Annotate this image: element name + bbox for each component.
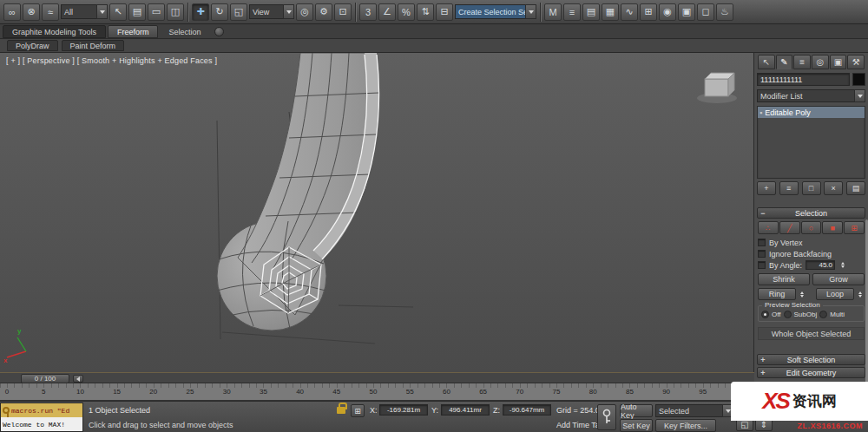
set-key-button[interactable]: Set Key bbox=[620, 419, 653, 432]
ring-button[interactable]: Ring bbox=[758, 288, 796, 300]
grow-button[interactable]: Grow bbox=[812, 273, 865, 285]
unlink-selection-icon[interactable]: ⊗ bbox=[23, 3, 40, 21]
time-slider-track[interactable]: 0 / 100 bbox=[0, 372, 754, 383]
hierarchy-tab-icon[interactable]: ≡ bbox=[793, 55, 811, 69]
mirror-icon[interactable]: M bbox=[544, 3, 562, 21]
selection-lock-icon[interactable] bbox=[337, 407, 345, 414]
angle-snap-icon[interactable]: ∠ bbox=[378, 3, 396, 21]
object-name-input[interactable]: 11111111111 bbox=[757, 73, 850, 86]
rendered-frame-icon[interactable]: ◻ bbox=[697, 3, 714, 21]
viewcube-widget[interactable] bbox=[697, 73, 737, 103]
z-coord-field[interactable]: -90.647mm bbox=[503, 404, 551, 416]
configure-modifier-sets-icon[interactable]: ▤ bbox=[846, 181, 865, 195]
render-setup-icon[interactable]: ▣ bbox=[678, 3, 695, 21]
by-vertex-checkbox[interactable] bbox=[758, 239, 766, 246]
y-coord-field[interactable]: 496.411mr bbox=[441, 404, 490, 416]
create-tab-icon[interactable]: ↖ bbox=[758, 55, 775, 69]
previous-frame-button[interactable] bbox=[73, 375, 83, 383]
tab-graphite-modeling-tools[interactable]: Graphite Modeling Tools bbox=[3, 25, 106, 38]
angle-value-input[interactable]: 45.0 bbox=[806, 260, 835, 270]
selected-set-dropdown[interactable]: Selected bbox=[655, 404, 733, 417]
x-coord-field[interactable]: -169.281m bbox=[379, 404, 428, 416]
preview-subobj-radio[interactable] bbox=[784, 311, 792, 318]
use-pivot-center-icon[interactable]: ◎ bbox=[296, 3, 313, 21]
tab-selection[interactable]: Selection bbox=[160, 25, 209, 38]
time-slider-handle[interactable]: 0 / 100 bbox=[21, 374, 69, 383]
named-selection-set-dropdown[interactable]: Create Selection Se bbox=[455, 4, 536, 19]
bind-to-spacewarp-icon[interactable]: ≈ bbox=[42, 3, 59, 21]
material-editor-icon[interactable]: ◉ bbox=[659, 3, 676, 21]
reference-coordinate-arrow[interactable] bbox=[283, 4, 294, 19]
schematic-view-icon[interactable]: ⊞ bbox=[640, 3, 657, 21]
modify-tab-icon[interactable]: ✎ bbox=[776, 55, 793, 69]
render-production-icon[interactable]: ♨ bbox=[716, 3, 733, 21]
window-crossing-icon[interactable]: ◫ bbox=[167, 3, 184, 21]
modifier-list-dropdown[interactable]: Modifier List bbox=[757, 89, 865, 102]
selection-rollout-header[interactable]: − Selection bbox=[757, 207, 865, 219]
by-angle-checkbox[interactable] bbox=[758, 261, 766, 269]
named-selection-set-arrow[interactable] bbox=[525, 4, 536, 19]
keyboard-override-icon[interactable]: ⊡ bbox=[334, 3, 352, 21]
motion-tab-icon[interactable]: ◎ bbox=[812, 55, 829, 69]
select-object-icon[interactable]: ↖ bbox=[109, 3, 127, 21]
shrink-button[interactable]: Shrink bbox=[758, 273, 810, 285]
snap-toggle-3d-icon[interactable]: 3 bbox=[359, 3, 377, 21]
selection-filter-arrow[interactable] bbox=[96, 4, 108, 19]
listener-macro-line[interactable]: macros.run "Ed bbox=[1, 403, 82, 417]
panel-paint-deform[interactable]: Paint Deform bbox=[62, 40, 125, 51]
modifier-list-arrow[interactable] bbox=[854, 89, 865, 102]
set-keys-button[interactable] bbox=[597, 404, 616, 430]
viewport-model[interactable] bbox=[217, 53, 379, 331]
selection-filter-dropdown[interactable]: All bbox=[61, 4, 108, 19]
pin-stack-icon[interactable]: + bbox=[757, 181, 776, 195]
object-color-swatch[interactable] bbox=[852, 73, 865, 86]
soft-selection-rollout-header[interactable]: + Soft Selection bbox=[757, 354, 865, 365]
show-end-result-icon[interactable]: ≡ bbox=[779, 181, 799, 195]
ruler-tick: 5 bbox=[42, 388, 45, 396]
vertex-mode-icon[interactable]: ∴ bbox=[758, 221, 779, 234]
panel-polydraw[interactable]: PolyDraw bbox=[7, 40, 58, 51]
edit-geometry-rollout-header[interactable]: + Edit Geometry bbox=[757, 367, 865, 378]
spinner-snap-icon[interactable]: ⇅ bbox=[417, 3, 434, 21]
tab-freeform[interactable]: Freeform bbox=[108, 25, 159, 38]
absolute-mode-icon[interactable]: ⊞ bbox=[351, 404, 365, 417]
display-tab-icon[interactable]: ▣ bbox=[830, 55, 847, 69]
select-and-link-icon[interactable]: ∞ bbox=[3, 3, 21, 21]
select-and-manipulate-icon[interactable]: ⚙ bbox=[315, 3, 332, 21]
select-by-name-icon[interactable]: ▤ bbox=[128, 3, 146, 21]
edit-named-sets-icon[interactable]: ⊟ bbox=[436, 3, 453, 21]
edge-mode-icon[interactable]: ╱ bbox=[779, 221, 800, 234]
remove-modifier-icon[interactable]: × bbox=[824, 181, 843, 195]
preview-off-radio[interactable] bbox=[761, 311, 769, 318]
listener-welcome-line[interactable]: Welcome to MAX! bbox=[1, 417, 82, 431]
align-icon[interactable]: ≡ bbox=[563, 3, 581, 21]
layer-manager-icon[interactable]: ▤ bbox=[582, 3, 600, 21]
loop-spinner[interactable] bbox=[856, 291, 865, 298]
selection-region-icon[interactable]: ▭ bbox=[148, 3, 165, 21]
viewport-label[interactable]: [ + ] [ Perspective ] [ Smooth + Highlig… bbox=[6, 56, 217, 65]
select-and-rotate-icon[interactable]: ↻ bbox=[211, 3, 228, 21]
make-unique-icon[interactable]: □ bbox=[802, 181, 821, 195]
preview-multi-radio[interactable] bbox=[819, 311, 827, 318]
stack-item-editable-poly[interactable]: ▪ Editable Poly bbox=[758, 107, 865, 118]
element-mode-icon[interactable]: ⊞ bbox=[844, 221, 865, 234]
percent-snap-icon[interactable]: % bbox=[398, 3, 415, 21]
utilities-tab-icon[interactable]: ⚒ bbox=[847, 55, 865, 69]
timeline-ruler-ticks[interactable]: 0510152025303540455055606570758085909510… bbox=[0, 383, 754, 401]
perspective-viewport[interactable]: [ + ] [ Perspective ] [ Smooth + Highlig… bbox=[0, 53, 754, 372]
auto-key-button[interactable]: Auto Key bbox=[620, 404, 653, 417]
graphite-ribbon-toggle-icon[interactable]: ▦ bbox=[602, 3, 619, 21]
loop-button[interactable]: Loop bbox=[816, 288, 854, 300]
polygon-mode-icon[interactable]: ■ bbox=[822, 221, 843, 234]
border-mode-icon[interactable]: ○ bbox=[801, 221, 822, 234]
key-filters-button[interactable]: Key Filters... bbox=[655, 419, 716, 432]
select-and-scale-icon[interactable]: ◱ bbox=[230, 3, 247, 21]
ignore-backfacing-checkbox[interactable] bbox=[758, 250, 766, 258]
ring-spinner[interactable] bbox=[798, 291, 806, 298]
maxscript-mini-listener[interactable]: macros.run "Ed Welcome to MAX! bbox=[0, 403, 83, 432]
reference-coordinate-dropdown[interactable]: View bbox=[249, 4, 294, 19]
angle-spinner[interactable] bbox=[838, 262, 847, 268]
ribbon-minimize-button[interactable] bbox=[214, 27, 224, 36]
select-and-move-icon[interactable]: ✚ bbox=[192, 3, 209, 21]
curve-editor-icon[interactable]: ∿ bbox=[621, 3, 638, 21]
